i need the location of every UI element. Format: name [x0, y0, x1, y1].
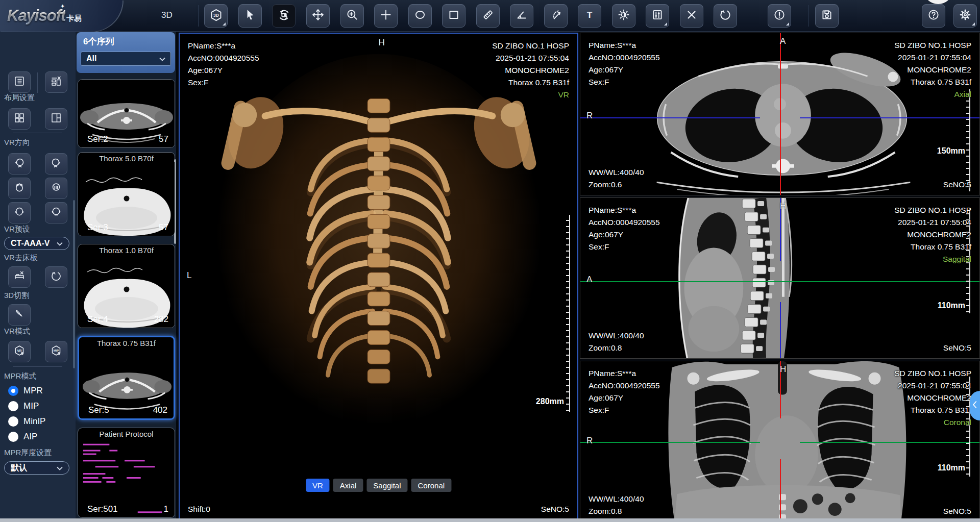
svg-text:VR: VR: [17, 349, 21, 353]
settings-button[interactable]: [953, 4, 977, 28]
crosshair-horizontal[interactable]: [580, 281, 979, 282]
mpr-thickness-select[interactable]: 默认: [4, 461, 69, 475]
svg-text:3D: 3D: [213, 12, 219, 17]
zoom-label: Zoom:0.8: [589, 342, 644, 354]
crosshair-horizontal[interactable]: [580, 117, 760, 118]
vr-head-top-button[interactable]: [8, 178, 31, 199]
crosshair-vertical[interactable]: [780, 33, 781, 195]
wwwl-label: WW/WL:400/40: [589, 166, 644, 179]
delete-annotation-button[interactable]: [680, 4, 703, 28]
vr-reset-button[interactable]: [45, 266, 67, 288]
viewport-vr-main[interactable]: PName:S***a AccNO:0004920555 Age:067Y Se…: [179, 33, 578, 520]
mpr-mode-option-mip[interactable]: MIP: [8, 401, 39, 411]
mpr-thickness-value: 默认: [11, 463, 57, 474]
head-left-profile-icon: [13, 157, 26, 171]
crosshair-horizontal[interactable]: [580, 442, 760, 443]
vr-head-back-button[interactable]: [45, 202, 67, 223]
image-count-label: 57: [159, 222, 168, 233]
window-level-block: WW/WL:400/40 Zoom:0.8: [589, 493, 644, 517]
series-filter-select[interactable]: All: [81, 52, 171, 66]
vr-head-front-button[interactable]: [8, 202, 31, 223]
vr-mode-mip-button[interactable]: MIP: [45, 341, 67, 362]
angle-button[interactable]: [510, 4, 533, 28]
mpr-mode-option-aip[interactable]: AIP: [8, 432, 37, 442]
series-thumbnail-ser2[interactable]: Ser:2 57: [78, 79, 175, 148]
orientation-top-label: A: [780, 36, 786, 46]
sidebar-scrollbar[interactable]: [73, 200, 75, 368]
rotate-3d-button[interactable]: [272, 4, 296, 28]
viewport-axial[interactable]: PName:S***a AccNO:0004920555 Age:067Y Se…: [580, 33, 980, 195]
rectangle-roi-button[interactable]: [442, 4, 465, 28]
patient-sex: Sex:F: [589, 76, 660, 88]
pan-button[interactable]: [306, 4, 330, 28]
head-bottom-view-icon: [50, 181, 62, 195]
cobb-angle-button[interactable]: [544, 4, 568, 28]
view-switch-vr-button[interactable]: VR: [306, 479, 330, 492]
collapse-panel-button[interactable]: [970, 391, 980, 420]
rotate-3d-icon: [277, 8, 291, 24]
patient-name: PName:S***a: [589, 39, 660, 52]
orientation-left-label: A: [586, 275, 592, 285]
save-image-button[interactable]: [815, 4, 839, 28]
patient-info-block: PName:S***a AccNO:0004920555 Age:067Y Se…: [589, 367, 660, 416]
crosshair-horizontal[interactable]: [800, 117, 979, 118]
hanging-protocol-button[interactable]: [8, 71, 31, 93]
text-annotation-button[interactable]: T: [578, 4, 601, 28]
hospital-name: SD ZIBO NO.1 HOSP: [492, 40, 569, 52]
series-thumbnail-ser4[interactable]: Thorax 1.0 B70f Ser:4 282: [78, 244, 175, 328]
layout-grid-2x2-button[interactable]: [8, 108, 31, 130]
vr-head-left-button[interactable]: [8, 153, 31, 175]
ruler-button[interactable]: [476, 4, 500, 28]
wwwl-label: WW/WL:400/40: [589, 493, 644, 505]
view-switch-saggital-button[interactable]: Saggital: [366, 479, 407, 492]
3d-view-button[interactable]: 3D: [204, 4, 228, 28]
crosshair-button[interactable]: [374, 4, 398, 28]
help-button[interactable]: [922, 4, 945, 28]
mpr-mode-option-minip[interactable]: MinIP: [8, 416, 45, 427]
image-count-label: 57: [159, 134, 168, 144]
vr-volume-render-image: [180, 34, 577, 519]
head-front-view-icon: [13, 206, 26, 220]
view-switch-coronal-button[interactable]: Coronal: [411, 479, 452, 492]
crosshair-vertical[interactable]: [780, 459, 781, 521]
scalpel-cut-button[interactable]: [8, 304, 31, 326]
series-description: Thorax 0.75 B31f: [492, 77, 569, 89]
series-no-label: SeNO:5: [943, 505, 971, 517]
patient-info-block: PName:S***a AccNO:0004920555 Age:067Y Se…: [589, 39, 660, 88]
view-switch-axial-button[interactable]: Axial: [333, 479, 363, 492]
sidebar-separator: [37, 72, 38, 93]
viewport-sagittal[interactable]: PName:S***a AccNO:0004920555 Age:067Y Se…: [580, 197, 980, 359]
series-description: Thorax 0.75 B31f: [894, 76, 971, 88]
layout-main-right-button[interactable]: [45, 108, 67, 130]
brightness-button[interactable]: [612, 4, 635, 28]
crosshair-vertical[interactable]: [780, 302, 781, 358]
viewport-coronal[interactable]: PName:S***a AccNO:0004920555 Age:067Y Se…: [580, 361, 980, 522]
window-level-button[interactable]: [646, 4, 669, 28]
warning-info-button[interactable]: [768, 4, 791, 28]
remove-bed-button[interactable]: [8, 266, 31, 288]
vr-head-right-button[interactable]: [45, 153, 67, 175]
crosshair-horizontal[interactable]: [800, 442, 979, 443]
mpr-mode-option-mpr[interactable]: MPR: [8, 386, 43, 396]
cursor-select-button[interactable]: [238, 4, 262, 28]
study-info-block: SD ZIBO NO.1 HOSP 2025-01-21 07:55:04 MO…: [894, 367, 971, 429]
series-filter-value: All: [86, 54, 159, 63]
vr-direction-label: VR方向: [4, 138, 30, 147]
ellipse-roi-button[interactable]: [408, 4, 432, 28]
rectangle-icon: [447, 8, 460, 23]
series-thumbnail-ser5-selected[interactable]: Thorax 0.75 B31f Ser:5 402: [78, 336, 175, 420]
user-avatar[interactable]: [925, 0, 951, 4]
image-count-label: 1: [164, 504, 168, 514]
mip-hexagon-icon: MIP: [50, 344, 62, 359]
layout-right-split-icon: [50, 112, 62, 126]
reset-view-button[interactable]: [714, 4, 737, 28]
patient-age: Age:067Y: [188, 64, 259, 77]
vr-mode-vr-button[interactable]: VR: [8, 341, 31, 362]
angle-icon: [515, 8, 528, 23]
vr-preset-select[interactable]: CT-AAA-V: [4, 237, 69, 250]
series-thumbnail-ser3[interactable]: Thorax 5.0 B70f Ser:3 57: [78, 152, 175, 236]
series-thumbnail-ser501[interactable]: Patient Protocol Ser:501 1: [78, 428, 175, 518]
vr-head-bottom-button[interactable]: [45, 178, 67, 199]
zoom-in-button[interactable]: [340, 4, 364, 28]
close-layout-button[interactable]: [45, 71, 67, 93]
